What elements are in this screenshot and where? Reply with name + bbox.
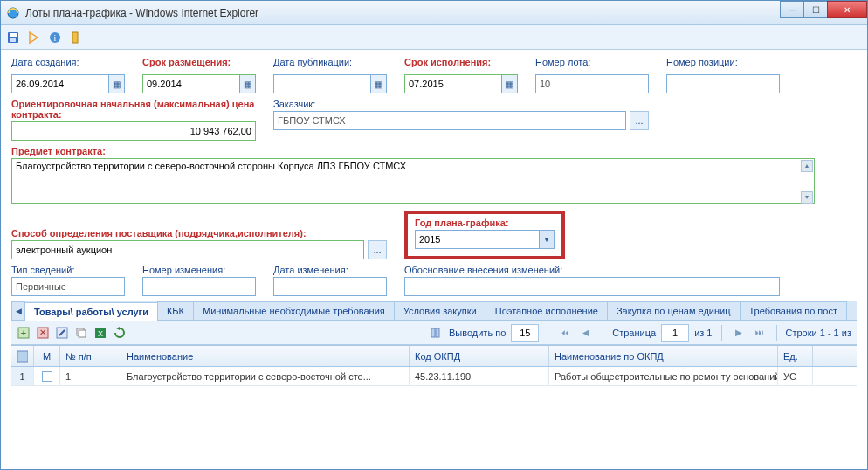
chevron-down-icon[interactable]: ▼ [539, 230, 555, 249]
calendar-icon[interactable]: ▦ [371, 74, 387, 93]
tab-supplier-req[interactable]: Требования по пост [740, 301, 847, 320]
create-date-label: Дата создания: [11, 57, 125, 67]
prev-page-button[interactable]: ◀ [578, 325, 594, 341]
row-name: Благоустройство территории с северо-вост… [121, 367, 410, 385]
minimize-button[interactable]: ─ [780, 1, 804, 18]
exec-term-field[interactable]: ▦ [404, 74, 518, 93]
col-unit[interactable]: Ед. [778, 346, 813, 366]
add-row-icon[interactable]: + [17, 326, 31, 340]
tab-unit-prices[interactable]: Закупка по ценам единиц [607, 301, 741, 320]
subject-textarea[interactable]: Благоустройство территории с северо-вост… [11, 158, 815, 204]
method-lookup-button[interactable]: ... [368, 240, 387, 259]
table-row[interactable]: 1 1 Благоустройство территории с северо-… [11, 367, 857, 386]
calendar-icon[interactable]: ▦ [240, 74, 256, 93]
row-npp: 1 [60, 367, 121, 385]
calendar-icon[interactable]: ▦ [502, 74, 518, 93]
svg-rect-18 [17, 351, 28, 362]
tab-strip: ◀ Товары\ работы\ услуги КБК Минимальные… [11, 301, 857, 321]
tab-scroll-left[interactable]: ◀ [11, 301, 25, 320]
init-price-input[interactable] [11, 121, 256, 141]
svg-rect-6 [72, 32, 78, 43]
customer-input[interactable] [273, 111, 626, 130]
scroll-up-icon[interactable]: ▴ [801, 160, 813, 172]
last-page-button[interactable]: ⏭ [752, 325, 768, 341]
plan-year-input[interactable] [415, 230, 539, 249]
tab-goods[interactable]: Товары\ работы\ услуги [24, 302, 158, 321]
page-of-label: из 1 [694, 328, 712, 338]
delete-row-icon[interactable]: ✕ [36, 326, 50, 340]
app-window: Лоты плана-графика - Windows Internet Ex… [0, 0, 868, 470]
create-date-input[interactable] [11, 74, 109, 93]
grid-toolbar: + ✕ X Выводить по ⏮ ◀ Страница из 1 ▶ ⏭ … [11, 321, 857, 345]
page-label: Страница [612, 328, 656, 338]
plan-year-combo[interactable]: ▼ [415, 230, 555, 249]
plan-year-highlight: Год плана-графика: ▼ [404, 211, 565, 259]
row-okpd: 45.23.11.190 [410, 367, 549, 385]
form-content: Дата создания: Срок размещения: Дата пуб… [1, 50, 867, 469]
pos-no-input[interactable] [666, 74, 780, 93]
create-date-field[interactable]: ▦ [11, 74, 125, 93]
col-m[interactable]: М [34, 346, 60, 366]
scroll-down-icon[interactable]: ▾ [801, 191, 813, 204]
export-excel-icon[interactable]: X [93, 326, 107, 340]
change-reason-input[interactable] [404, 277, 780, 296]
row-m-checkbox[interactable] [34, 367, 60, 385]
svg-text:+: + [21, 328, 26, 338]
customer-lookup-button[interactable]: ... [630, 111, 649, 130]
ie-icon [6, 6, 20, 20]
grid-header: М № п/п Наименование Код ОКПД Наименован… [11, 346, 857, 367]
col-name[interactable]: Наименование [121, 346, 410, 366]
misc-icon[interactable] [69, 31, 83, 45]
place-term-field[interactable]: ▦ [142, 74, 256, 93]
window-controls: ─ ☐ ✕ [781, 1, 867, 18]
tab-kbk[interactable]: КБК [157, 301, 194, 320]
place-term-input[interactable] [142, 74, 240, 93]
col-okpd-name[interactable]: Наименование по ОКПД [549, 346, 778, 366]
col-icon[interactable] [11, 346, 34, 366]
tab-min-req[interactable]: Минимальные необходимые требования [193, 301, 395, 320]
page-input[interactable] [661, 324, 689, 342]
method-input[interactable] [11, 240, 364, 259]
show-by-label: Выводить по [449, 328, 506, 338]
exec-term-label: Срок исполнения: [404, 57, 518, 67]
titlebar: Лоты плана-графика - Windows Internet Ex… [1, 1, 867, 25]
save-icon[interactable] [6, 31, 20, 45]
maximize-button[interactable]: ☐ [803, 1, 828, 18]
edit-row-icon[interactable] [55, 326, 69, 340]
col-npp[interactable]: № п/п [60, 346, 121, 366]
next-page-button[interactable]: ▶ [731, 325, 747, 341]
change-date-input[interactable] [273, 277, 387, 296]
svg-rect-13 [79, 330, 86, 337]
svg-rect-16 [431, 328, 435, 337]
pub-date-label: Дата публикации: [273, 57, 387, 67]
svg-rect-17 [436, 328, 439, 337]
show-by-input[interactable] [511, 324, 539, 342]
copy-row-icon[interactable] [74, 326, 88, 340]
close-button[interactable]: ✕ [827, 1, 867, 18]
first-page-button[interactable]: ⏮ [557, 325, 573, 341]
change-no-input[interactable] [142, 277, 256, 296]
info-icon[interactable]: i [48, 31, 62, 45]
run-icon[interactable] [27, 31, 41, 45]
lot-no-label: Номер лота: [535, 57, 649, 67]
change-no-label: Номер изменения: [142, 265, 256, 275]
svg-rect-2 [10, 33, 17, 37]
pub-date-input[interactable] [273, 74, 371, 93]
info-type-label: Тип сведений: [11, 265, 125, 275]
tab-staged[interactable]: Поэтапное исполнение [486, 301, 608, 320]
place-term-label: Срок размещения: [142, 57, 256, 67]
tab-conditions[interactable]: Условия закупки [394, 301, 486, 320]
exec-term-input[interactable] [404, 74, 502, 93]
method-label: Способ определения поставщика (подрядчик… [11, 228, 387, 238]
row-number: 1 [11, 367, 34, 385]
init-price-label: Ориентировочная начальная (максимальная)… [11, 99, 256, 120]
info-type-input[interactable] [11, 277, 125, 296]
refresh-icon[interactable] [113, 326, 127, 340]
col-okpd[interactable]: Код ОКПД [410, 346, 549, 366]
pub-date-field[interactable]: ▦ [273, 74, 387, 93]
calendar-icon[interactable]: ▦ [109, 74, 125, 93]
row-unit: УС [778, 367, 813, 385]
columns-icon[interactable] [430, 326, 444, 340]
window-title: Лоты плана-графика - Windows Internet Ex… [25, 7, 862, 19]
lot-no-input[interactable] [535, 74, 649, 93]
